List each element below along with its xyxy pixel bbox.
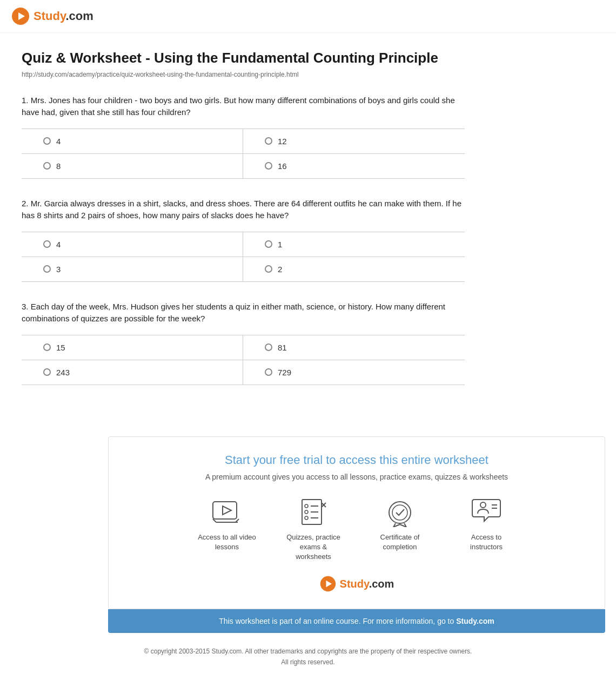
instructor-svg: [470, 497, 503, 527]
page-url: http://study.com/academy/practice/quiz-w…: [22, 71, 465, 78]
question-1: 1. Mrs. Jones has four children - two bo…: [22, 95, 465, 179]
answer-2-b[interactable]: 1: [243, 232, 465, 257]
radio-1-d[interactable]: [265, 162, 272, 170]
answer-1-c-label: 8: [56, 161, 61, 171]
logo[interactable]: Study.com: [11, 6, 605, 26]
answer-3-c[interactable]: 243: [22, 360, 243, 385]
feature-instructor: Access to instructors: [457, 497, 516, 562]
certificate-icon: [384, 497, 416, 527]
answer-2-d[interactable]: 2: [243, 257, 465, 282]
svg-point-10: [305, 510, 308, 514]
answer-2-c[interactable]: 3: [22, 257, 243, 282]
answer-2-d-label: 2: [278, 265, 282, 274]
radio-3-a[interactable]: [43, 343, 51, 351]
answer-1-a[interactable]: 4: [22, 129, 243, 154]
copyright: © copyright 2003-2015 Study.com. All oth…: [0, 646, 616, 674]
footer-bar: This worksheet is part of an online cour…: [108, 609, 605, 633]
svg-point-22: [480, 502, 486, 508]
feature-quiz-label: Quizzes, practice exams & worksheets: [284, 533, 343, 562]
feature-video-label: Access to all video lessons: [197, 533, 257, 552]
feature-quiz: Quizzes, practice exams & worksheets: [284, 497, 343, 562]
instructor-icon: [470, 497, 503, 527]
radio-1-b[interactable]: [265, 137, 272, 145]
feature-cert: Certificate of completion: [370, 497, 430, 562]
answer-2-a-label: 4: [56, 240, 61, 249]
feature-instructor-label: Access to instructors: [457, 533, 516, 552]
answer-2-c-label: 3: [56, 265, 61, 274]
svg-point-8: [305, 504, 308, 508]
question-1-answers: 4 12 8 16: [22, 129, 465, 179]
answer-1-a-label: 4: [56, 137, 61, 146]
quiz-svg: [299, 497, 329, 527]
promo-logo: Study.com: [130, 575, 583, 592]
question-2-answers: 4 1 3 2: [22, 232, 465, 282]
question-3-answers: 15 81 243 729: [22, 335, 465, 385]
radio-2-a[interactable]: [43, 240, 51, 248]
radio-3-d[interactable]: [265, 368, 272, 376]
question-1-text: 1. Mrs. Jones has four children - two bo…: [22, 95, 465, 119]
answer-2-b-label: 1: [278, 240, 282, 249]
video-icon: [211, 497, 243, 527]
answer-1-d-label: 16: [278, 161, 287, 171]
answer-3-d-label: 729: [278, 368, 291, 377]
answer-3-d[interactable]: 729: [243, 360, 465, 385]
radio-2-b[interactable]: [265, 240, 272, 248]
radio-1-c[interactable]: [43, 162, 51, 170]
radio-3-c[interactable]: [43, 368, 51, 376]
features-row: Access to all video lessons Quizzes, pra…: [130, 497, 583, 562]
copyright-text2: All rights reserved.: [0, 657, 616, 668]
answer-3-b-label: 81: [278, 343, 287, 352]
promo-box: Start your free trial to access this ent…: [108, 436, 605, 610]
radio-2-d[interactable]: [265, 265, 272, 273]
svg-rect-2: [213, 502, 237, 519]
answer-1-b-label: 12: [278, 137, 287, 146]
answer-1-b[interactable]: 12: [243, 129, 465, 154]
answer-3-b[interactable]: 81: [243, 335, 465, 360]
main-content: Quiz & Worksheet - Using the Fundamental…: [0, 33, 486, 420]
copyright-text: © copyright 2003-2015 Study.com. All oth…: [0, 646, 616, 657]
radio-3-b[interactable]: [265, 343, 272, 351]
logo-icon: [11, 6, 30, 26]
answer-3-a[interactable]: 15: [22, 335, 243, 360]
logo-text: Study.com: [34, 9, 93, 23]
video-svg: [211, 498, 243, 525]
svg-point-12: [305, 516, 308, 520]
footer-link[interactable]: Study.com: [456, 617, 494, 625]
feature-cert-label: Certificate of completion: [370, 533, 430, 552]
answer-1-c[interactable]: 8: [22, 154, 243, 179]
radio-1-a[interactable]: [43, 137, 51, 145]
question-2: 2. Mr. Garcia always dresses in a shirt,…: [22, 198, 465, 282]
feature-video: Access to all video lessons: [197, 497, 257, 562]
svg-point-17: [392, 505, 407, 520]
question-2-text: 2. Mr. Garcia always dresses in a shirt,…: [22, 198, 465, 222]
svg-marker-3: [223, 506, 231, 515]
radio-2-c[interactable]: [43, 265, 51, 273]
cert-svg: [384, 497, 416, 527]
promo-subtitle: A premium account gives you access to al…: [130, 473, 583, 481]
answer-2-a[interactable]: 4: [22, 232, 243, 257]
promo-logo-text: Study.com: [340, 578, 394, 590]
question-3-text: 3. Each day of the week, Mrs. Hudson giv…: [22, 301, 465, 325]
page-header: Study.com: [0, 0, 616, 33]
question-3: 3. Each day of the week, Mrs. Hudson giv…: [22, 301, 465, 385]
answer-3-c-label: 243: [56, 368, 70, 377]
page-title: Quiz & Worksheet - Using the Fundamental…: [22, 49, 465, 68]
promo-logo-icon: [319, 575, 337, 592]
quiz-icon: [297, 497, 330, 527]
answer-1-d[interactable]: 16: [243, 154, 465, 179]
promo-title: Start your free trial to access this ent…: [130, 453, 583, 467]
answer-3-a-label: 15: [56, 343, 65, 352]
